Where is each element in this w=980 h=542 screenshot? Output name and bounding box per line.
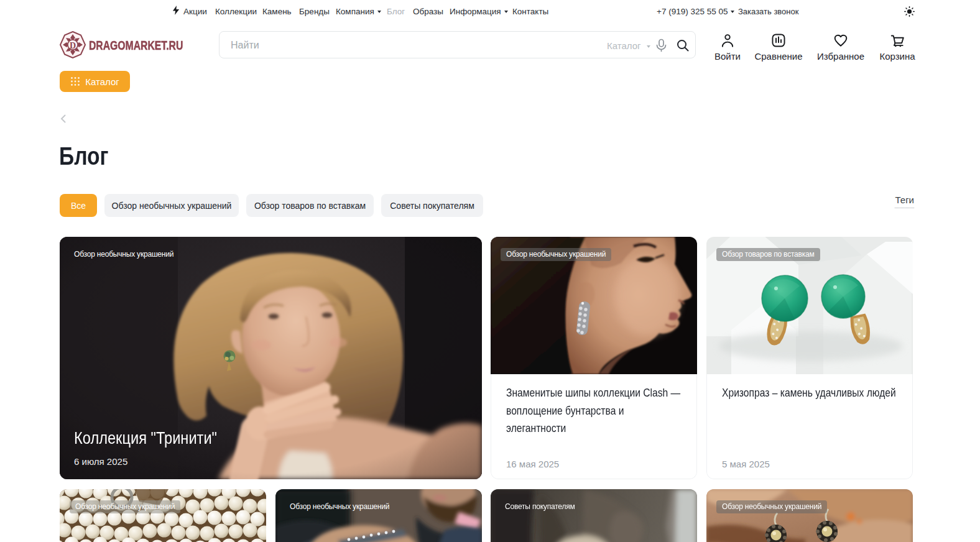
- svg-text:D: D: [70, 41, 76, 50]
